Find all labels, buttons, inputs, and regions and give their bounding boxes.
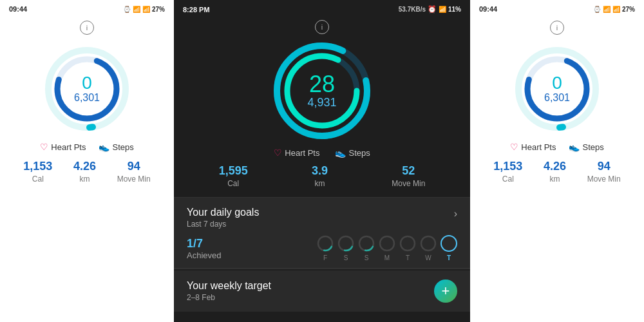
center-wifi-icon: 📶	[439, 6, 446, 13]
day-label: T	[399, 254, 416, 261]
day-circle	[440, 235, 457, 252]
stat-item: 94Move Min	[587, 160, 621, 184]
center-status-icons: 53.7KB/s ⏰ 📶 11%	[399, 5, 461, 14]
day-labels-row: FSSMTWT	[317, 254, 457, 261]
stat-label: km	[544, 175, 566, 184]
achieved-section: 1/7 Achieved	[187, 237, 221, 260]
center-heart-pts: 28	[307, 73, 336, 96]
right-status-icons: ⌚ 📶 📶 27%	[593, 6, 635, 13]
left-steps-label: Steps	[112, 142, 133, 152]
stat-item: 1,153Cal	[493, 160, 522, 184]
right-steps-icon: 👟	[569, 142, 580, 152]
center-heart-icon: ♡	[274, 147, 282, 158]
right-steps: 6,301	[544, 92, 570, 104]
weekly-target-text: Your weekly target 2–8 Feb	[187, 280, 271, 302]
right-panel: 09:44 ⌚ 📶 📶 27% i 0 6,301 ♡ Heart Pts	[470, 0, 644, 322]
stat-value: 1,153	[493, 160, 522, 173]
right-heart-icon: ♡	[510, 142, 518, 152]
weekly-target-subtitle: 2–8 Feb	[187, 293, 271, 302]
weekly-target-section[interactable]: Your weekly target 2–8 Feb +	[174, 270, 470, 312]
left-steps-legend: 👟 Steps	[99, 142, 133, 152]
center-legend: ♡ Heart Pts 👟 Steps	[174, 147, 470, 158]
watch-icon: ⌚	[123, 6, 131, 13]
daily-goals-chevron[interactable]: ›	[454, 208, 457, 220]
add-weekly-button[interactable]: +	[434, 279, 457, 303]
weekly-target-title: Your weekly target	[187, 280, 271, 292]
day-circle	[420, 235, 437, 252]
day-circle	[399, 235, 416, 252]
stat-item: 3.9km	[312, 164, 328, 188]
stat-item: 4.26km	[73, 160, 96, 184]
days-circles-wrapper: FSSMTWT	[317, 235, 457, 261]
stat-label: km	[312, 179, 328, 188]
left-heart-label: Heart Pts	[51, 142, 86, 152]
day-circle	[379, 235, 395, 252]
left-heart-legend: ♡ Heart Pts	[40, 142, 86, 152]
svg-point-15	[401, 236, 415, 251]
right-ring: 0 6,301	[512, 44, 602, 134]
daily-goals-header: Your daily goals Last 7 days ›	[187, 207, 457, 229]
left-stats: 1,153Cal4.26km94Move Min	[0, 160, 174, 184]
right-battery-text: 27%	[622, 6, 635, 13]
achieved-value: 1/7	[187, 237, 221, 251]
left-steps: 6,301	[74, 92, 100, 104]
stat-label: Cal	[219, 179, 248, 188]
day-label: S	[358, 254, 375, 261]
center-ring: 28 4,931	[270, 39, 374, 142]
center-ring-text: 28 4,931	[307, 73, 336, 109]
left-status-bar: 09:44 ⌚ 📶 📶 27%	[0, 0, 174, 15]
left-legend: ♡ Heart Pts 👟 Steps	[40, 142, 133, 152]
stat-value: 4.26	[544, 160, 566, 173]
day-circle	[337, 235, 354, 252]
battery-text: 27%	[152, 6, 165, 13]
right-steps-legend: 👟 Steps	[569, 142, 603, 152]
days-circles	[317, 235, 457, 252]
achieved-label: Achieved	[187, 251, 221, 260]
stat-label: Move Min	[117, 175, 151, 184]
day-circle	[317, 235, 334, 252]
left-heart-pts: 0	[74, 74, 100, 92]
center-steps-icon: 👟	[335, 147, 346, 158]
day-circle	[358, 235, 375, 252]
stat-value: 1,153	[23, 160, 52, 173]
day-label: M	[379, 254, 395, 261]
right-ring-text: 0 6,301	[544, 74, 570, 104]
stat-value: 94	[117, 160, 151, 173]
center-info-icon[interactable]: i	[315, 20, 329, 34]
day-label: S	[337, 254, 354, 261]
heart-icon: ♡	[40, 142, 48, 152]
stat-item: 1,153Cal	[23, 160, 52, 184]
right-heart-pts: 0	[544, 74, 570, 92]
daily-goals-subtitle: Last 7 days	[187, 220, 259, 229]
left-ring-text: 0 6,301	[74, 74, 100, 104]
right-heart-label: Heart Pts	[521, 142, 556, 152]
center-status-bar: 8:28 PM 53.7KB/s ⏰ 📶 11%	[174, 0, 470, 16]
stat-value: 1,595	[219, 164, 248, 178]
stat-label: km	[73, 175, 96, 184]
stat-value: 94	[587, 160, 621, 173]
stat-label: Move Min	[587, 175, 621, 184]
alarm-icon: ⏰	[428, 5, 437, 14]
stat-value: 3.9	[312, 164, 328, 178]
stat-label: Cal	[23, 175, 52, 184]
stat-value: 4.26	[73, 160, 96, 173]
stat-label: Move Min	[392, 179, 425, 188]
svg-point-14	[380, 236, 394, 251]
right-legend: ♡ Heart Pts 👟 Steps	[510, 142, 603, 152]
left-ring: 0 6,301	[42, 44, 132, 134]
center-heart-legend: ♡ Heart Pts	[274, 147, 319, 158]
right-info-icon[interactable]: i	[550, 21, 564, 35]
center-time: 8:28 PM	[183, 6, 210, 14]
right-signal-icon: 📶	[612, 6, 620, 13]
center-steps: 4,931	[307, 96, 336, 109]
stat-label: Cal	[493, 175, 522, 184]
wifi-icon: 📶	[133, 6, 140, 13]
center-steps-legend: 👟 Steps	[335, 147, 370, 158]
signal-icon: 📶	[142, 6, 150, 13]
center-steps-label: Steps	[348, 148, 370, 158]
left-info-icon[interactable]: i	[80, 21, 94, 35]
center-heart-label: Heart Pts	[285, 148, 319, 158]
center-scroll[interactable]: i 28 4,931 ♡ Heart Pts 👟 Steps	[174, 16, 470, 322]
daily-goals-section[interactable]: Your daily goals Last 7 days › 1/7 Achie…	[174, 198, 470, 268]
left-panel: 09:44 ⌚ 📶 📶 27% i 0 6,301 ♡	[0, 0, 174, 322]
